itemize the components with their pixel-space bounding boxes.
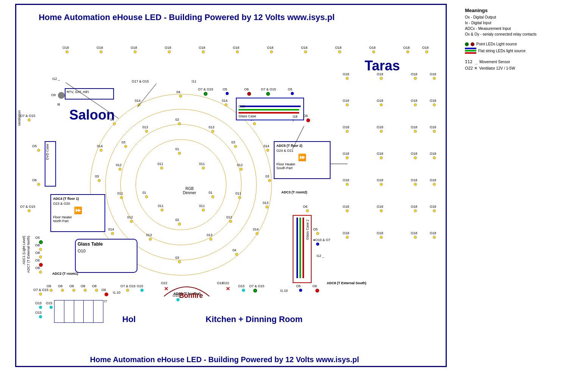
adc2-label: ADC2 (T room1)	[52, 272, 78, 275]
dot-left-1	[28, 118, 31, 121]
dot-o18-u2	[380, 156, 383, 159]
saloon-label: Saloon	[69, 107, 115, 123]
dot-o18-5	[202, 50, 205, 53]
dot-o7o15-bot-r	[253, 289, 257, 293]
dot-o15-bot-r	[242, 289, 245, 292]
movement-symbol: I12 _	[465, 59, 477, 64]
legend: Meanings Ox - Digital Output Ix - Digita…	[465, 8, 586, 72]
dot-o6-bot-r	[315, 289, 319, 293]
ring-dot-4	[113, 122, 116, 125]
inner-dot-3	[211, 130, 214, 133]
sensor-i12: I12 _	[52, 77, 60, 81]
glass-case2-box: Glass Case 2	[293, 215, 312, 283]
dot-o18-w3	[414, 209, 417, 212]
glass-case-o10-lbl: O10	[239, 104, 245, 108]
inner-dot-9	[238, 196, 241, 199]
fhs-sub: O24 & O21	[276, 149, 328, 153]
lbl-o18-3: O18	[131, 46, 137, 50]
kitchen-label: Kitchen + Dinning Room	[206, 314, 303, 324]
center-dot-6	[161, 209, 164, 212]
legend-red-strip	[465, 52, 476, 54]
piano-keys	[54, 300, 103, 323]
dot-o18-x1	[346, 236, 349, 239]
legend-movement: I12 _ Movement Sensor	[465, 59, 586, 64]
lbl-o18-11: O18	[403, 46, 410, 50]
dot-o18-u1	[346, 156, 349, 159]
legend-flat-leds: Flat string LEDs light source	[465, 48, 586, 54]
dot-o18-6	[236, 50, 239, 53]
dot-o18-r4	[433, 103, 436, 106]
dot-o5-gc2	[316, 232, 319, 235]
adc3-label: ADC3 (T room2)	[281, 190, 307, 194]
x-mark-left: ✕	[164, 286, 168, 292]
fhs-label2: South Part	[276, 166, 328, 170]
ventilator-symbol: O22 ✕	[465, 66, 477, 71]
dot-o18-3	[134, 50, 137, 53]
dot-o18-w1	[346, 209, 349, 212]
glass-case2-label: Glass Case 2	[306, 219, 309, 240]
fhs-label1: Floor Heater	[276, 162, 328, 166]
legend-ox: Ox - Digital Output	[465, 15, 586, 19]
ring-dot-12	[111, 232, 114, 235]
legend-point-text: Point LEDs Light source	[476, 42, 517, 46]
dot-o8-1	[39, 248, 42, 251]
inner-dot-5	[234, 145, 237, 148]
legend-ox-text: Ox - Digital Output	[465, 15, 496, 19]
bonfire-label: Bonfire	[179, 292, 203, 300]
dot-o18-v1	[346, 183, 349, 186]
inner-dot-2	[145, 130, 148, 133]
glass-table-o10: O10	[78, 249, 135, 253]
lbl-o18-5: O18	[199, 46, 205, 50]
inner-dot-1	[178, 122, 181, 125]
dot-o18-v3	[414, 183, 417, 186]
legend-movement-text: Movement Sensor	[479, 60, 510, 64]
ring-dot-9	[268, 179, 271, 182]
dot-o18-x2	[380, 236, 383, 239]
sensor-i12-2: I12 _	[317, 254, 324, 258]
center-dot-7	[202, 209, 205, 212]
dvd-case-box: DVD Case	[45, 141, 56, 187]
dot-o18-s4	[433, 130, 436, 133]
dot-o8-bot-4	[84, 289, 87, 292]
dot-o8-bot-3	[72, 289, 75, 292]
title-bottom: Home Automation eHouse LED - Building Po…	[35, 355, 414, 364]
dot-o18-x3	[414, 236, 417, 239]
hol-label: Hol	[122, 314, 136, 324]
legend-ix-text: Ix - Digital Input	[465, 21, 491, 25]
legend-ix: Ix - Digital Input	[465, 21, 586, 25]
lbl-o18-9: O18	[335, 46, 342, 50]
inner-dot-11	[229, 220, 232, 223]
lbl-o18-7: O18	[267, 46, 273, 50]
dot-o18-x4	[433, 236, 436, 239]
center-dot-3	[178, 152, 181, 155]
fhn-sub: O23 & O20	[53, 202, 103, 205]
dot-o18-u3	[414, 156, 417, 159]
dot-o18-4	[168, 50, 171, 53]
dot-o18-11	[406, 50, 409, 53]
dot-o8-bot-1	[50, 289, 53, 292]
legend-green-strip	[465, 50, 476, 51]
title-top: Home Automation eHouse LED - Building Po…	[35, 12, 338, 22]
dot-o10-gc2	[316, 243, 319, 246]
dot-o7o15-bot2	[126, 289, 129, 292]
dot-green-top2	[266, 92, 270, 96]
dot-left-2	[28, 209, 31, 212]
dot-o18-7	[270, 50, 273, 53]
dot-o18-r3	[414, 103, 417, 106]
dot-o8-bot-5	[95, 289, 98, 292]
dot-o18-s2	[380, 130, 383, 133]
dot-o8-3	[39, 271, 42, 274]
dot-blue-top	[226, 92, 229, 95]
inner-dot-12	[149, 238, 152, 241]
center-dot-4	[145, 195, 148, 198]
dot-o18-9	[338, 50, 341, 53]
legend-green-dot	[465, 42, 469, 46]
inner-dot-10	[130, 220, 133, 223]
dot-o18-r2	[380, 103, 383, 106]
legend-ventilator-text: Ventilator 12V / 1-5W	[479, 66, 515, 70]
ring-dot-15	[235, 253, 238, 256]
ring-dot-13	[256, 232, 259, 235]
ring-dot-2	[137, 103, 140, 106]
dot-o18-12	[425, 50, 428, 53]
glass-table-box: Glass Table O10	[75, 239, 137, 273]
